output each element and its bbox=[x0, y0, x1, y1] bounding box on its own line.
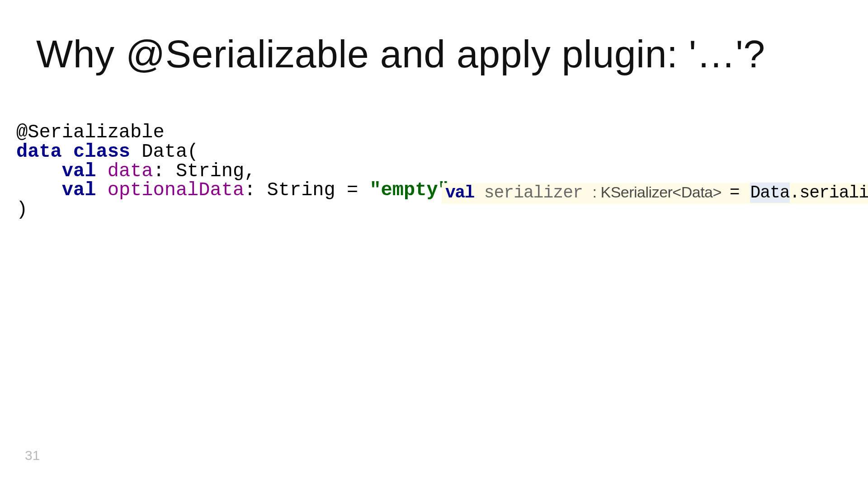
method-call: .serializer() bbox=[790, 183, 868, 202]
annotation: @Serializable bbox=[16, 122, 165, 143]
highlight-data: Data bbox=[750, 183, 789, 203]
keyword-val: val bbox=[445, 183, 474, 202]
slide-title: Why @Serializable and apply plugin: '…'? bbox=[36, 32, 765, 76]
keyword-data: data bbox=[16, 141, 62, 163]
type-assign: : String = bbox=[244, 179, 369, 201]
equals: = bbox=[730, 183, 750, 202]
keyword-val: val bbox=[62, 179, 96, 201]
prop-data: data bbox=[108, 160, 153, 182]
prop-optionaldata: optionalData bbox=[108, 179, 244, 201]
code-block-right: val serializer : KSerializer<Data> = Dat… bbox=[442, 183, 868, 204]
string-literal: "empty" bbox=[369, 179, 449, 201]
page-number: 31 bbox=[25, 448, 40, 463]
indent bbox=[16, 179, 62, 201]
type-string: : String, bbox=[153, 160, 256, 182]
identifier-serializer: serializer bbox=[474, 183, 593, 202]
keyword-val: val bbox=[62, 160, 96, 182]
close-paren: ) bbox=[16, 199, 28, 221]
slide: Why @Serializable and apply plugin: '…'?… bbox=[0, 0, 868, 488]
indent bbox=[16, 160, 62, 182]
class-name: Data( bbox=[142, 141, 198, 163]
code-block-left: @Serializable data class Data( val data:… bbox=[16, 123, 449, 220]
type-hint: : KSerializer<Data> bbox=[593, 183, 730, 201]
keyword-class: class bbox=[73, 141, 130, 163]
